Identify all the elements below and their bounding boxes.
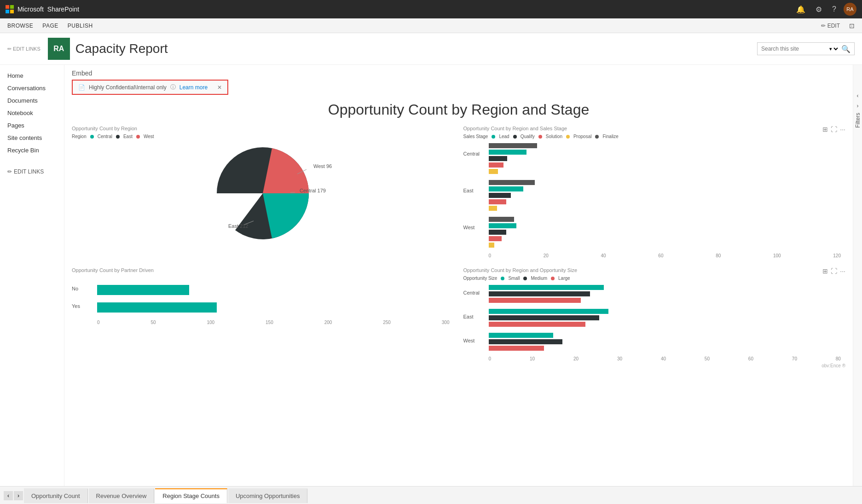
sidebar-item-conversations[interactable]: Conversations [0, 82, 64, 94]
filters-panel: ‹ › Filters [853, 65, 862, 486]
size-west-medium [489, 339, 841, 344]
pie-chart-legend: Region Central East West [72, 134, 454, 139]
fullscreen-icon[interactable]: ⊡ [849, 22, 855, 29]
filter-chevron-left[interactable]: ‹ [857, 93, 859, 99]
site-title: Capacity Report [75, 41, 168, 56]
sidebar-item-notebook[interactable]: Notebook [0, 107, 64, 119]
tab-upcoming-opportunities[interactable]: Upcoming Opportunities [228, 488, 307, 503]
dashboard: Opportunity Count by Region and Stage Op… [64, 97, 853, 486]
search-icon[interactable]: 🔍 [841, 45, 850, 53]
stage-legend-label: Sales Stage [463, 134, 488, 139]
bottom-tabs: ‹ › Opportunity Count Revenue Overview R… [0, 486, 862, 504]
size-east-medium [489, 315, 841, 320]
partner-yes-group: Yes [97, 302, 450, 313]
partner-no-bar [97, 285, 189, 295]
partner-chart-title: Opportunity Count by Partner Driven [72, 267, 454, 273]
expand-icon-size[interactable]: ⛶ [831, 267, 837, 275]
stage-chart-container: ⊞ ⛶ ··· Opportunity Count by Region and … [463, 126, 846, 258]
search-scope-dropdown[interactable]: ▾ [827, 46, 839, 52]
pie-label-west: West 96 [313, 163, 332, 169]
edit-link[interactable]: ✏ EDIT [821, 23, 840, 29]
more-icon-size[interactable]: ··· [840, 267, 845, 275]
size-central-medium [489, 291, 841, 296]
sidebar-item-documents[interactable]: Documents [0, 94, 64, 107]
legend-east-label: East [123, 134, 133, 139]
confidential-icon: 📄 [78, 84, 85, 91]
stage-x-axis: 020406080100120 [489, 253, 841, 258]
search-input[interactable] [761, 46, 826, 52]
second-nav: BROWSE PAGE PUBLISH ✏ EDIT ⊡ [0, 18, 862, 33]
sidebar-item-pages[interactable]: Pages [0, 119, 64, 132]
expand-icon-stage[interactable]: ⛶ [831, 126, 837, 133]
sidebar: Home Conversations Documents Notebook Pa… [0, 65, 64, 486]
stage-chart-title: Opportunity Count by Region and Sales St… [463, 126, 846, 131]
size-central-small [489, 284, 841, 290]
pie-chart-container: Opportunity Count by Region Region Centr… [72, 126, 454, 258]
legend-qualify-dot [513, 135, 517, 139]
user-avatar[interactable]: RA [844, 3, 856, 16]
info-icon: ⓘ [170, 83, 176, 91]
sidebar-item-recycle-bin[interactable]: Recycle Bin [0, 144, 64, 156]
edit-links-header[interactable]: ✏ EDIT LINKS [7, 46, 40, 52]
stage-east-proposal [489, 205, 841, 211]
size-x-axis: 01020304050607080 [489, 356, 841, 361]
learn-more-link[interactable]: Learn more [179, 84, 208, 91]
more-icon-stage[interactable]: ··· [840, 126, 845, 133]
pencil-icon: ✏ [821, 23, 826, 29]
sidebar-edit-links[interactable]: ✏ EDIT LINKS [0, 166, 64, 178]
filter-icon-stage[interactable]: ⊞ [822, 126, 828, 133]
tab-revenue-overview[interactable]: Revenue Overview [89, 488, 155, 503]
powerbi-credit: obv:Ence ® [463, 363, 846, 368]
legend-solution-dot [538, 135, 542, 139]
close-bar-icon[interactable]: ✕ [217, 84, 222, 91]
search-box[interactable]: ▾ 🔍 [757, 42, 855, 55]
partner-chart-container: Opportunity Count by Partner Driven No Y… [72, 267, 454, 368]
browse-nav[interactable]: BROWSE [7, 23, 33, 29]
stage-east-solution [489, 199, 841, 204]
main-area: Home Conversations Documents Notebook Pa… [0, 65, 862, 486]
stage-central-label: Central [463, 151, 480, 156]
partner-no-label: No [72, 286, 78, 291]
partner-bar-area: No Yes 050100150200250300 [72, 276, 454, 325]
size-bar-area: Central East [463, 284, 846, 361]
size-east-group: East [489, 308, 841, 327]
legend-finalize-dot [595, 135, 599, 139]
stage-central-proposal [489, 168, 841, 174]
confidential-text: Highly Confidential\Internal only [89, 84, 167, 91]
stage-west-finalize [489, 216, 841, 222]
stage-east-finalize [489, 180, 841, 185]
sidebar-item-site-contents[interactable]: Site contents [0, 132, 64, 144]
tab-nav-prev[interactable]: ‹ [4, 491, 13, 500]
ms-name: Microsoft [17, 6, 44, 13]
tab-nav-next[interactable]: › [14, 491, 23, 500]
legend-west-label: West [144, 134, 154, 139]
stage-central-lead [489, 149, 841, 155]
filters-label[interactable]: Filters [855, 113, 861, 128]
legend-large-dot [551, 277, 555, 280]
pie-chart-title: Opportunity Count by Region [72, 126, 454, 131]
publish-nav[interactable]: PUBLISH [68, 23, 93, 29]
sidebar-item-home[interactable]: Home [0, 70, 64, 82]
stage-chart-legend: Sales Stage Lead Qualify Solution Propos… [463, 134, 846, 139]
notification-icon[interactable]: 🔔 [796, 5, 805, 14]
legend-small-dot [501, 277, 504, 280]
site-avatar: RA [48, 38, 70, 60]
content-area: Embed 📄 Highly Confidential\Internal onl… [64, 65, 853, 486]
settings-icon[interactable]: ⚙ [816, 5, 822, 14]
help-icon[interactable]: ? [832, 5, 836, 13]
tab-region-stage-counts[interactable]: Region Stage Counts [155, 488, 227, 503]
tab-opportunity-count[interactable]: Opportunity Count [24, 488, 88, 503]
embed-section: Embed 📄 Highly Confidential\Internal onl… [64, 65, 853, 97]
ms-logo: Microsoft SharePoint [6, 5, 79, 13]
stage-east-label: East [463, 188, 474, 193]
legend-east-dot [116, 135, 120, 139]
legend-medium-dot [523, 277, 527, 280]
page-nav[interactable]: PAGE [42, 23, 58, 29]
size-west-label: West [463, 338, 475, 343]
stage-central-qualify [489, 156, 841, 161]
edit-label: EDIT [827, 23, 840, 29]
filter-icon-size[interactable]: ⊞ [822, 267, 828, 275]
pencil-icon-sidebar: ✏ [7, 168, 12, 175]
dashboard-title: Opportunity Count by Region and Stage [72, 101, 845, 118]
filter-chevron-right[interactable]: › [857, 103, 859, 109]
